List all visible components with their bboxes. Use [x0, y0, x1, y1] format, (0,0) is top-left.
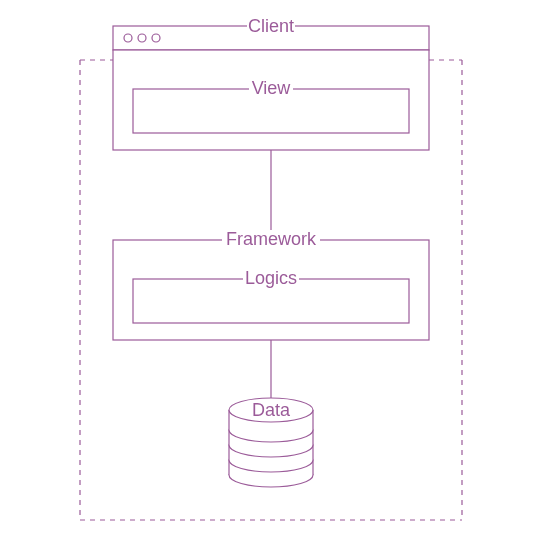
svg-point-8 — [152, 34, 160, 42]
view-label: View — [252, 78, 292, 98]
data-label: Data — [252, 400, 291, 420]
svg-point-6 — [124, 34, 132, 42]
architecture-diagram: Client View Framework Logics — [0, 0, 534, 537]
svg-point-7 — [138, 34, 146, 42]
client-box: Client View — [113, 16, 429, 150]
framework-label: Framework — [226, 229, 317, 249]
logics-label: Logics — [245, 268, 297, 288]
client-label: Client — [248, 16, 294, 36]
framework-box: Framework Logics — [113, 229, 429, 340]
data-cylinder: Data — [229, 398, 313, 487]
